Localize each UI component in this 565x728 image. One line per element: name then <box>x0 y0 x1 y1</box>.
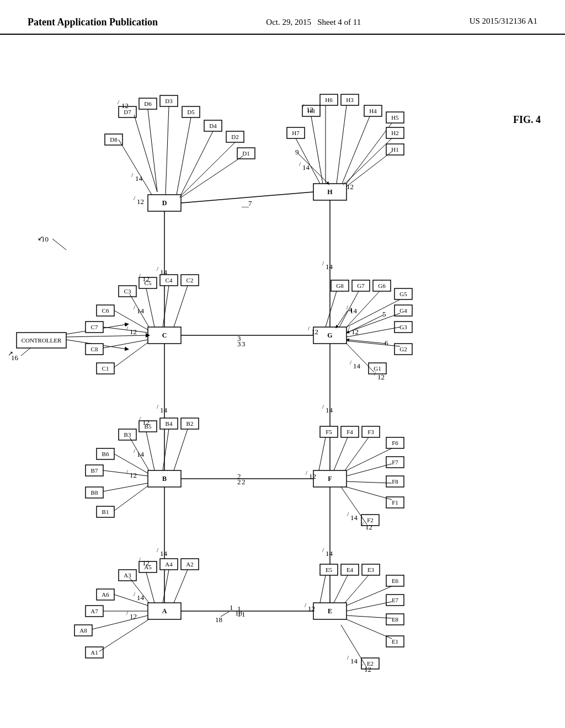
patent-number: US 2015/312136 A1 <box>470 17 537 26</box>
b2-label: B2 <box>186 420 194 427</box>
pub-date: Oct. 29, 2015 <box>266 18 311 26</box>
d4-label: D4 <box>209 122 217 129</box>
hub-b-label: B <box>162 475 167 483</box>
ref-14-gf-s: / <box>322 403 324 410</box>
ref-14-d-slash: / <box>131 172 134 178</box>
ref-14-c: 14 <box>137 307 145 315</box>
g4-label: G4 <box>399 307 407 314</box>
b5-line <box>146 432 154 470</box>
g2-line <box>347 341 400 346</box>
a1-label: A1 <box>90 649 98 656</box>
e5-label: E5 <box>326 566 333 573</box>
c8-line <box>103 340 148 348</box>
ref-12-f2: 12 <box>365 523 372 531</box>
e4-line <box>334 575 348 603</box>
ref-12-h-hub: 12 <box>347 183 354 191</box>
g6-label: G6 <box>378 282 386 289</box>
link-ae-num: 1 <box>237 604 241 613</box>
c7-label: C7 <box>91 324 98 330</box>
svg-line-0 <box>52 239 66 250</box>
h4-label: H4 <box>369 108 377 114</box>
f8-line <box>347 481 392 483</box>
e1-label: E1 <box>392 638 398 645</box>
h2-line <box>345 138 392 184</box>
ref-12-g2: 12 <box>351 328 359 336</box>
ref-14-b-s: / <box>134 447 136 454</box>
ref-14-fe-s: / <box>322 547 324 553</box>
link-cg-num: 3 <box>237 334 241 342</box>
b7-label: B7 <box>91 467 98 474</box>
f4-line <box>334 437 348 470</box>
ref-12-e: 12 <box>308 604 315 613</box>
ref-14-e2-s: / <box>347 654 349 661</box>
ref-12-f-s: / <box>306 469 308 476</box>
f5-line <box>319 437 326 470</box>
arrow-4 <box>337 311 348 327</box>
h5-label: H5 <box>391 114 399 121</box>
e5-line <box>320 575 326 603</box>
ref-14-hg-s: / <box>322 260 324 266</box>
ref-10-slash: ↙ <box>38 234 44 242</box>
g1-line <box>347 344 374 372</box>
b7-line <box>103 470 148 476</box>
d4-line <box>181 131 213 195</box>
d3-label: D3 <box>165 98 173 104</box>
ref-12-b-l-s: / <box>126 468 129 475</box>
ref-14-dc: 14 <box>160 268 168 276</box>
e7-line <box>347 602 392 611</box>
hub-h-label: H <box>327 188 333 196</box>
b1-line <box>114 486 148 511</box>
ref-14-b: 14 <box>137 450 145 458</box>
g8-label: G8 <box>336 282 344 289</box>
ref-num-dh: - <box>237 194 239 202</box>
a8-line <box>92 615 148 629</box>
c7-line <box>103 327 148 333</box>
b4-label: B4 <box>166 420 173 427</box>
a4-line <box>163 570 169 603</box>
ref-12-d-slash: / <box>118 99 120 105</box>
ref-12-b-d: 12 <box>142 418 150 426</box>
h7-label: H7 <box>292 130 300 136</box>
ref-12-a-l: 12 <box>130 612 137 620</box>
f1-line <box>347 487 392 500</box>
hub-d-label: D <box>162 199 167 207</box>
ref-12-h: 12 <box>306 105 313 114</box>
ref-14-g1-s: / <box>350 359 352 366</box>
f6-label: F6 <box>392 440 398 446</box>
b6-label: B6 <box>102 451 109 457</box>
ref-18-line <box>221 612 229 617</box>
ref-12-d-hub: 12 <box>137 197 144 206</box>
ref-12-b-l: 12 <box>130 471 137 479</box>
e3-line <box>345 575 369 603</box>
a3-label: A3 <box>124 572 131 579</box>
ref-14-e2: 14 <box>350 657 358 665</box>
hub-e-label: E <box>328 607 332 615</box>
e6-line <box>347 586 392 606</box>
ref-12-g-s: / <box>308 325 310 331</box>
h3-line <box>337 105 347 184</box>
ref-14-f2-s: / <box>347 511 349 517</box>
c1-label: C1 <box>102 365 109 372</box>
b8-line <box>103 483 148 491</box>
h4-line <box>342 116 370 184</box>
c6-label: C6 <box>102 307 109 314</box>
h8-line <box>311 116 323 184</box>
f7-label: F7 <box>392 459 398 465</box>
c2-line <box>174 286 188 327</box>
link-dh-num: 7 <box>248 199 252 207</box>
ref-16-line <box>21 348 30 356</box>
f4-label: F4 <box>347 429 353 435</box>
hub-c-label: C <box>162 331 167 339</box>
page-header: Patent Application Publication Oct. 29, … <box>0 0 565 35</box>
ref-12-g1: 12 <box>377 373 385 381</box>
d5-line <box>177 117 191 195</box>
ref-14-cb-s: / <box>157 403 159 410</box>
b1-label: B1 <box>102 508 109 515</box>
c2-label: C2 <box>186 277 194 283</box>
ref-9: 9 <box>295 148 299 156</box>
ref-14-d: 14 <box>135 174 143 183</box>
ref-14-g1: 14 <box>353 362 361 370</box>
b4-line <box>163 429 169 470</box>
e7-label: E7 <box>392 597 399 603</box>
hub-a-label: A <box>162 607 167 615</box>
